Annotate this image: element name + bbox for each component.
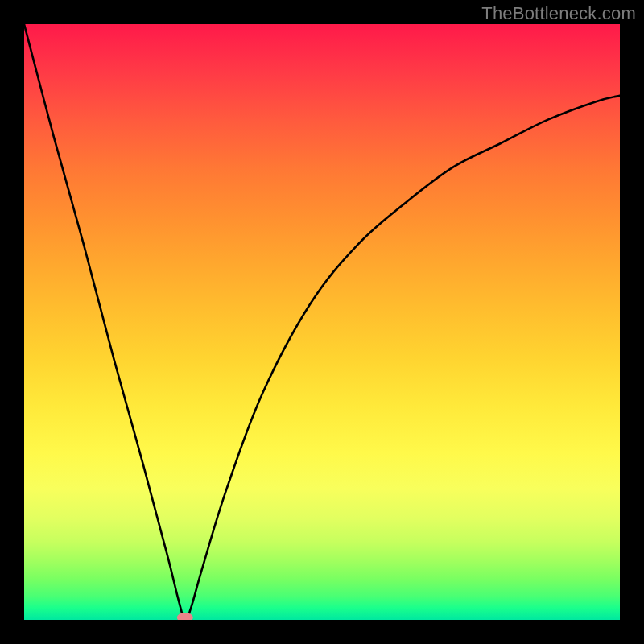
- bottleneck-curve: [24, 24, 620, 620]
- watermark: TheBottleneck.com: [481, 3, 636, 24]
- chart-container: TheBottleneck.com: [0, 0, 644, 644]
- plot-area: [24, 24, 620, 620]
- min-marker: [177, 613, 193, 620]
